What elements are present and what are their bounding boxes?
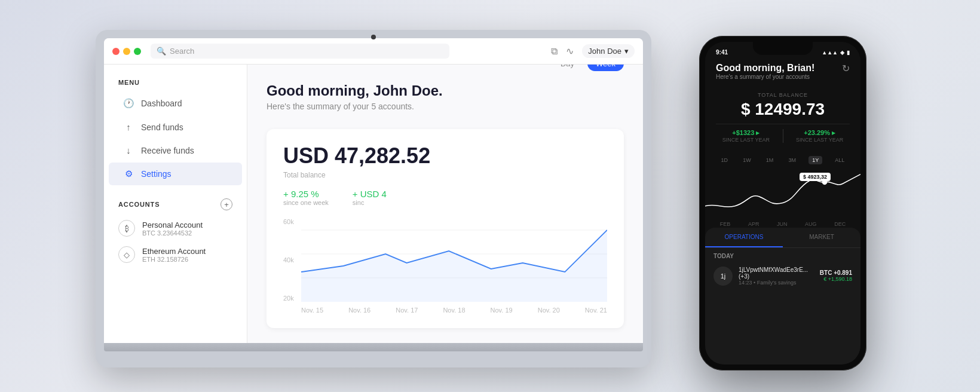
chart-x-dec: DEC bbox=[834, 221, 846, 227]
account-sub-personal: BTC 3.23644532 bbox=[142, 229, 203, 237]
account-item-ethereum[interactable]: ◇ Ethereum Account ETH 32.158726 bbox=[104, 241, 247, 268]
sidebar-item-receive-funds[interactable]: ↓ Receive funds bbox=[109, 139, 242, 161]
app-layout: MENU 🕐 Dashboard ↑ Send funds ↓ Receive … bbox=[104, 65, 643, 343]
arrow-down-icon: ↓ bbox=[123, 145, 134, 155]
chart-btn-1m[interactable]: 1M bbox=[764, 156, 776, 164]
user-badge[interactable]: John Doe ▾ bbox=[582, 44, 635, 58]
phone-balance: $ 12499.73 bbox=[716, 100, 850, 119]
day-button[interactable]: Day bbox=[552, 65, 583, 71]
window-controls bbox=[112, 48, 141, 55]
stat-percent-lbl: since one week bbox=[283, 199, 329, 206]
signal-icon: ▲▲▲ bbox=[822, 50, 838, 56]
today-label: TODAY bbox=[705, 248, 860, 262]
chart-svg bbox=[301, 218, 607, 302]
ethereum-icon: ◇ bbox=[118, 246, 135, 263]
accounts-header: ACCOUNTS + bbox=[104, 186, 247, 215]
refresh-icon[interactable]: ↻ bbox=[842, 63, 850, 74]
arrow-up-icon: ↑ bbox=[123, 122, 134, 132]
stat-percent-val: + 9.25 % bbox=[283, 189, 329, 199]
phone-stats-row: +$1323 ▸ SINCE LAST YEAR +23.29% ▸ SINCE… bbox=[716, 124, 850, 143]
y-label-60k: 60k bbox=[283, 218, 294, 225]
operation-item[interactable]: 1j 1jLVpwtNMfXWadEe3rE...(+3) 14:23 • Fa… bbox=[705, 262, 860, 290]
send-funds-label: Send funds bbox=[141, 122, 183, 132]
op-change: € +1,590.18 bbox=[820, 276, 852, 282]
balance-stats: + 9.25 % since one week + USD 4 sinc bbox=[283, 189, 607, 206]
stat-amount: + USD 4 sinc bbox=[353, 189, 387, 206]
main-content: Day Week Good morning, John Doe. Here's … bbox=[247, 65, 643, 343]
stat-amount-val: + USD 4 bbox=[353, 189, 387, 199]
sidebar-item-dashboard[interactable]: 🕐 Dashboard bbox=[109, 92, 242, 115]
chart-btn-1y[interactable]: 1Y bbox=[808, 156, 822, 164]
phone-greeting: Good morning, Brian! bbox=[716, 63, 814, 74]
x-label-4: Nov. 18 bbox=[443, 307, 465, 314]
y-label-40k: 40k bbox=[283, 256, 294, 264]
stat-amount-lbl: sinc bbox=[353, 199, 387, 206]
total-balance-label: TOTAL BALANCE bbox=[716, 92, 850, 98]
op-info: 1jLVpwtNMfXWadEe3rE...(+3) 14:23 • Famil… bbox=[739, 267, 814, 286]
account-sub-ethereum: ETH 32.158726 bbox=[142, 256, 206, 263]
phone-time: 9:41 bbox=[716, 49, 728, 56]
sidebar-item-send-funds[interactable]: ↑ Send funds bbox=[109, 116, 242, 138]
search-placeholder: Search bbox=[170, 47, 194, 56]
minimize-button[interactable] bbox=[123, 48, 130, 55]
x-label-2: Nov. 16 bbox=[348, 307, 370, 314]
laptop-screen: 🔍 Search ⧉ ∿ John Doe ▾ MENU bbox=[104, 38, 643, 343]
op-tabs: OPERATIONS MARKET bbox=[705, 228, 860, 248]
phone-stat-amount-lbl: SINCE LAST YEAR bbox=[722, 137, 770, 143]
close-button[interactable] bbox=[112, 48, 120, 55]
chart-x-feb: FEB bbox=[720, 221, 731, 227]
status-icons: ▲▲▲ ◈ ▮ bbox=[822, 50, 850, 56]
search-icon: 🔍 bbox=[157, 47, 166, 56]
username: John Doe bbox=[588, 47, 621, 56]
dashboard-label: Dashboard bbox=[141, 99, 182, 108]
maximize-button[interactable] bbox=[134, 48, 141, 55]
week-button[interactable]: Week bbox=[587, 65, 624, 71]
account-info-ethereum: Ethereum Account ETH 32.158726 bbox=[142, 247, 206, 263]
sidebar: MENU 🕐 Dashboard ↑ Send funds ↓ Receive … bbox=[104, 65, 247, 343]
settings-label: Settings bbox=[141, 169, 172, 179]
greeting: Good morning, John Doe. bbox=[267, 82, 624, 99]
stat-percent: + 9.25 % since one week bbox=[283, 189, 329, 206]
laptop-base bbox=[104, 343, 643, 351]
x-label-3: Nov. 17 bbox=[396, 307, 418, 314]
receive-funds-label: Receive funds bbox=[141, 146, 194, 155]
tab-market[interactable]: MARKET bbox=[783, 228, 860, 247]
camera bbox=[371, 35, 376, 39]
account-item-personal[interactable]: ₿ Personal Account BTC 3.23644532 bbox=[104, 215, 247, 241]
chart-time-row: 1D 1W 1M 3M 1Y ALL bbox=[705, 152, 860, 168]
chart-btn-all[interactable]: ALL bbox=[832, 156, 847, 164]
balance-label: Total balance bbox=[283, 171, 607, 179]
battery-icon: ▮ bbox=[847, 50, 850, 56]
x-label-7: Nov. 21 bbox=[585, 307, 607, 314]
x-label-1: Nov. 15 bbox=[301, 307, 323, 314]
x-label-5: Nov. 19 bbox=[491, 307, 513, 314]
chart-x-apr: APR bbox=[748, 221, 760, 227]
phone-screen: 9:41 ▲▲▲ ◈ ▮ Good morning, Brian! Here's… bbox=[705, 42, 860, 365]
phone-notch bbox=[753, 42, 813, 55]
clipboard-icon[interactable]: ⧉ bbox=[551, 46, 558, 57]
phone-subtitle: Here's a summary of your accounts bbox=[716, 74, 814, 80]
balance-card: USD 47,282.52 Total balance + 9.25 % sin… bbox=[267, 129, 624, 328]
phone-stat-percent-val: +23.29% ▸ bbox=[796, 129, 843, 137]
op-currency: BTC +0.891 bbox=[820, 270, 852, 276]
chart-btn-3m[interactable]: 3M bbox=[786, 156, 799, 164]
chart-btn-1d[interactable]: 1D bbox=[719, 156, 731, 164]
balance-main: USD 47,282.52 bbox=[283, 143, 607, 169]
subgreeting: Here's the summary of your 5 accounts. bbox=[267, 102, 624, 111]
search-bar[interactable]: 🔍 Search bbox=[151, 44, 449, 59]
phone-stat-amount-val: +$1323 ▸ bbox=[722, 129, 770, 137]
add-account-button[interactable]: + bbox=[220, 198, 232, 210]
op-sub: 14:23 • Family's savings bbox=[739, 280, 814, 286]
sidebar-item-settings[interactable]: ⚙ Settings bbox=[109, 163, 242, 185]
chart-btn-1w[interactable]: 1W bbox=[740, 156, 754, 164]
chart-area: 60k 40k 20k bbox=[283, 218, 607, 314]
activity-icon[interactable]: ∿ bbox=[566, 45, 574, 57]
phone-balance-section: TOTAL BALANCE $ 12499.73 +$1323 ▸ SINCE … bbox=[705, 87, 860, 152]
account-name-ethereum: Ethereum Account bbox=[142, 247, 206, 256]
laptop: 🔍 Search ⧉ ∿ John Doe ▾ MENU bbox=[96, 30, 651, 376]
title-bar: 🔍 Search ⧉ ∿ John Doe ▾ bbox=[104, 38, 643, 65]
gear-icon: ⚙ bbox=[123, 169, 134, 179]
x-label-6: Nov. 20 bbox=[538, 307, 560, 314]
tab-operations[interactable]: OPERATIONS bbox=[705, 228, 783, 247]
phone: 9:41 ▲▲▲ ◈ ▮ Good morning, Brian! Here's… bbox=[699, 36, 866, 370]
